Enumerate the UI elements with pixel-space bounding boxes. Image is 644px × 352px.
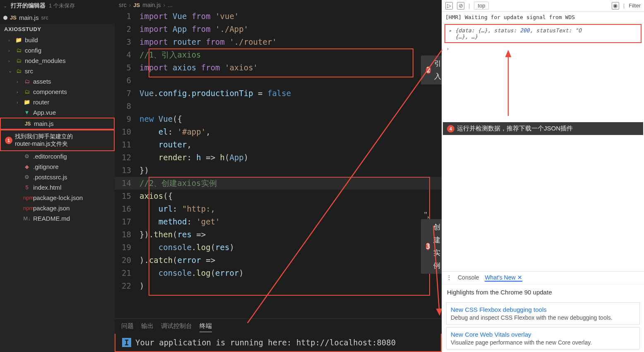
line-content: console.log(res) [139,241,234,254]
code-line[interactable]: 2import App from './App' [115,23,442,36]
tab-filename: main.js [19,14,39,21]
code-line[interactable]: 4//1、引入axios [115,48,442,61]
open-editors-header[interactable]: ⌄ 打开的编辑器 1 个未保存 [0,0,115,12]
code-line[interactable]: 17 method: 'get' [115,215,442,228]
console-object[interactable]: ▸ {data: {…}, status: 200, statusText: "… [445,24,642,43]
breadcrumb-segment[interactable]: src [119,2,127,8]
line-content: url: "http:, [139,203,215,215]
js-file-icon: JS [10,14,17,21]
file-icon: 🗂 [23,89,31,95]
info-icon: I [122,338,131,347]
line-content: import router from './router' [139,36,277,48]
tree-item-src[interactable]: ⌄🗂src [0,66,115,76]
tab-console[interactable]: Console [458,274,479,282]
tree-item-build[interactable]: ›📁build [0,35,115,45]
code-line[interactable]: 16 url: "http:, [115,203,442,215]
code-line[interactable]: 3import router from './router' [115,36,442,48]
open-editor-tab[interactable]: JS main.js src [0,12,115,24]
line-number: 9 [115,113,139,125]
panel-tab[interactable]: 输出 [141,321,154,332]
tree-item-README-md[interactable]: M↓README.md [0,213,115,224]
file-label: assets [33,78,51,85]
code-line[interactable]: 9new Vue({ [115,113,442,125]
file-label: build [25,36,38,43]
tab-whatsnew[interactable]: What's New ✕ [485,274,522,282]
panel-tab[interactable]: 调试控制台 [161,321,192,332]
devtools-drawer: ⋮ Console What's New ✕ Highlights from t… [442,271,644,352]
tree-item-App-vue[interactable]: ▼App.vue [0,107,115,118]
modified-dot-icon [3,16,7,20]
badge-1-icon: 1 [5,137,12,144]
whatsnew-card[interactable]: New Core Web Vitals overlayVisualize pag… [446,327,640,350]
line-number: 12 [115,151,139,164]
line-number: 21 [115,267,139,280]
file-label: App.vue [33,109,56,116]
whatsnew-card[interactable]: New CSS Flexbox debugging toolsDebug and… [446,302,640,325]
breadcrumb-sep: › [129,2,131,8]
tree-item-index-html[interactable]: 5index.html [0,182,115,193]
tree-item--postcssrc-js[interactable]: ⚙.postcssrc.js [0,172,115,182]
tree-item-package-json[interactable]: npmpackage.json [0,203,115,213]
code-editor[interactable]: 2 引入 3 创建实例 ", 1import Vue from 'vue'2im… [115,10,442,318]
code-line[interactable]: 1import Vue from 'vue' [115,10,442,23]
line-number: 20 [115,254,139,267]
code-line[interactable]: 22) [115,280,442,292]
tree-item-router[interactable]: ›📁router [0,97,115,107]
tree-item-node_modules[interactable]: ›🗂node_modules [0,55,115,66]
code-line[interactable]: 8 [115,100,442,113]
arrow-up-icon [500,48,517,118]
tree-item--editorconfig[interactable]: ⚙.editorconfig [0,151,115,162]
line-number: 19 [115,241,139,254]
breadcrumb-segment[interactable]: ... [168,2,173,8]
code-line[interactable]: 13}) [115,164,442,177]
file-label: package.json [33,205,70,212]
line-content: axios({ [139,190,173,203]
context-select[interactable]: top [474,2,489,10]
line-number: 11 [115,138,139,151]
console-prompt[interactable]: › [442,44,644,53]
line-number: 8 [115,100,139,113]
tree-item-package-lock-json[interactable]: npmpackage-lock.json [0,193,115,203]
code-line[interactable]: 21 console.log(error) [115,267,442,280]
eye-icon[interactable]: ◉ [612,2,619,10]
tree-item--gitignore[interactable]: ◆.gitignore [0,162,115,172]
code-line[interactable]: 10 el: '#app', [115,125,442,138]
filter-label[interactable]: Filter [629,2,641,9]
chevron-icon: › [17,79,21,84]
chevron-icon: ⌄ [8,68,12,74]
code-line[interactable]: 20).catch(error => [115,254,442,267]
tree-item-config[interactable]: ›🗂config [0,45,115,55]
clear-icon[interactable]: ⊘ [457,2,464,10]
panel-tabs: 问题输出调试控制台终端 [115,318,442,334]
editor-pane: src › JS main.js › ... 2 引入 3 创建实例 ", 1i… [115,0,442,352]
tree-item-assets[interactable]: ›🗂assets [0,76,115,87]
panel-tab[interactable]: 终端 [199,321,212,332]
line-number: 5 [115,61,139,74]
code-line[interactable]: 7Vue.config.productionTip = false [115,87,442,100]
line-content: router, [139,138,192,151]
code-line[interactable]: 5import axios from 'axios' [115,61,442,74]
panel-tab[interactable]: 问题 [121,321,134,332]
code-line[interactable]: 15axios({ [115,190,442,203]
file-label: router [33,99,49,106]
code-line[interactable]: 11 router, [115,138,442,151]
drawer-tab-more-icon[interactable]: ⋮ [446,274,452,282]
terminal-output[interactable]: I Your application is running here: http… [115,334,442,352]
chevron-down-icon: ⌄ [3,3,7,9]
line-content: new Vue({ [139,113,182,125]
tab-dir: src [41,14,48,21]
code-line[interactable]: 6 [115,74,442,87]
code-line[interactable]: 12 render: h => h(App) [115,151,442,164]
file-label: .editorconfig [33,153,67,160]
tree-item-main-js[interactable]: JSmain.js [0,118,115,130]
project-name[interactable]: AXIOSSTUDY [0,24,115,35]
breadcrumb[interactable]: src › JS main.js › ... [115,0,442,10]
play-icon[interactable]: ▷ [445,2,453,10]
file-icon: npm [23,195,31,201]
tree-item-components[interactable]: ›🗂components [0,87,115,97]
line-content: ) [139,280,144,292]
code-line[interactable]: 18}).then(res => [115,228,442,241]
file-label: components [33,88,67,95]
breadcrumb-segment[interactable]: main.js [142,2,161,8]
code-line[interactable]: 19 console.log(res) [115,241,442,254]
